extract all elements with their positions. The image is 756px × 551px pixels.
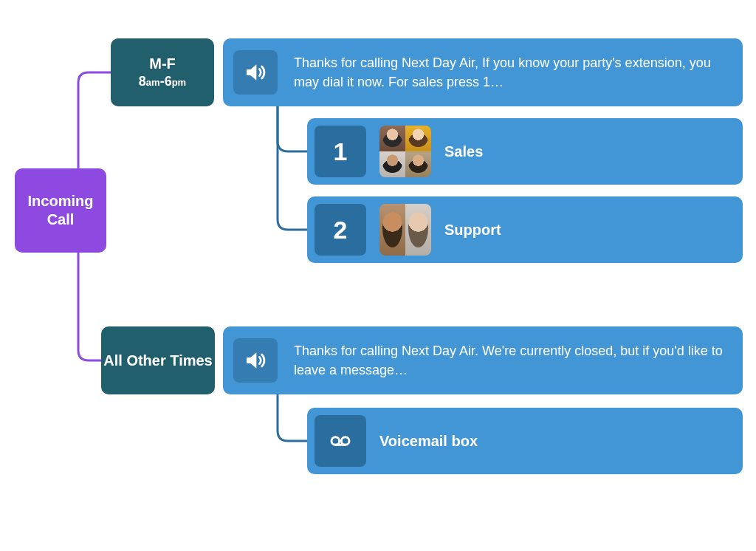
svg-point-0 bbox=[331, 437, 340, 445]
schedule-business-hours[interactable]: M-F 8am-6pm bbox=[111, 38, 214, 106]
schedule-after-hours[interactable]: All Other Times bbox=[101, 326, 215, 394]
voicemail-icon bbox=[315, 415, 366, 467]
svg-point-1 bbox=[341, 437, 349, 445]
schedule-title: All Other Times bbox=[103, 352, 212, 370]
schedule-title: M-F bbox=[149, 55, 176, 72]
voicemail-label: Voicemail box bbox=[379, 433, 478, 450]
incoming-call-label: Incoming Call bbox=[15, 192, 106, 229]
greeting-text: Thanks for calling Next Day Air, If you … bbox=[294, 53, 726, 92]
speaker-icon bbox=[233, 338, 278, 383]
incoming-call-node[interactable]: Incoming Call bbox=[15, 168, 106, 253]
ivr-key: 1 bbox=[334, 137, 348, 166]
greeting-after-hours[interactable]: Thanks for calling Next Day Air. We're c… bbox=[223, 326, 743, 394]
ivr-option-2[interactable]: 2 Support bbox=[307, 196, 743, 263]
voicemail-destination[interactable]: Voicemail box bbox=[307, 408, 743, 474]
greeting-text: Thanks for calling Next Day Air. We're c… bbox=[294, 341, 726, 380]
ivr-key-badge: 2 bbox=[315, 204, 366, 256]
ivr-option-label: Support bbox=[444, 222, 501, 239]
schedule-time: 8am-6pm bbox=[139, 74, 186, 89]
speaker-icon bbox=[233, 50, 278, 95]
call-flow-diagram: Incoming Call M-F 8am-6pm Thanks for cal… bbox=[0, 0, 756, 551]
ivr-key: 2 bbox=[334, 216, 348, 244]
ivr-key-badge: 1 bbox=[315, 126, 366, 177]
ivr-option-label: Sales bbox=[444, 143, 483, 160]
greeting-business-hours[interactable]: Thanks for calling Next Day Air, If you … bbox=[223, 38, 743, 106]
team-avatars-sales bbox=[379, 126, 431, 177]
team-avatars-support bbox=[379, 204, 431, 256]
ivr-option-1[interactable]: 1 Sales bbox=[307, 118, 743, 185]
